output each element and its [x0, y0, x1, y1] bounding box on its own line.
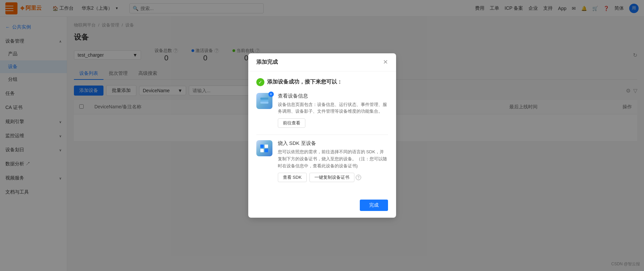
goto-view-button[interactable]: 前往查看: [278, 118, 305, 128]
view-device-desc: 设备信息页面包含：设备信息、运行状态、事件管理、服务调用、设备影子、文件管理等设…: [278, 101, 388, 115]
sq4: [265, 149, 268, 152]
modal-close-button[interactable]: ✕: [383, 59, 388, 65]
sq2: [265, 145, 268, 148]
view-device-title: 查看设备信息: [278, 93, 388, 99]
sq3: [260, 149, 264, 152]
copy-cert-button[interactable]: 一键复制设备证书: [309, 173, 354, 182]
sdk-content: 烧入 SDK 至设备 您可以依照您的需求，前往选择不同的语言的 SDK，并复制下…: [278, 140, 388, 182]
sdk-desc: 您可以依照您的需求，前往选择不同的语言的 SDK，并复制下方的设备证书，烧入至您…: [278, 149, 388, 169]
sq1: [260, 145, 264, 148]
modal-header: 添加完成 ✕: [248, 53, 396, 71]
add-complete-modal: 添加完成 ✕ ✓ 添加设备成功，接下来您可以： +: [248, 53, 396, 218]
modal-footer: 完成: [248, 196, 396, 218]
modal-section-sdk: 烧入 SDK 至设备 您可以依照您的需求，前往选择不同的语言的 SDK，并复制下…: [256, 140, 388, 182]
modal-section-view: + 查看设备信息 设备信息页面包含：设备信息、运行状态、事件管理、服务调用、设备…: [256, 93, 388, 128]
view-sdk-button[interactable]: 查看 SDK: [278, 173, 307, 182]
sdk-title: 烧入 SDK 至设备: [278, 140, 388, 147]
plus-icon: +: [268, 92, 274, 97]
finish-button[interactable]: 完成: [360, 200, 388, 211]
modal-title: 添加完成: [256, 59, 278, 66]
svg-rect-1: [260, 100, 268, 102]
device-layers-svg: [259, 96, 270, 106]
sdk-squares-icon: [260, 145, 268, 152]
modal-body: ✓ 添加设备成功，接下来您可以： + 查看设备信息 设备信息页面包含：设备信息、…: [248, 71, 396, 196]
modal-success-text: 添加设备成功，接下来您可以：: [267, 78, 342, 86]
modal-success-header: ✓ 添加设备成功，接下来您可以：: [256, 78, 388, 86]
success-checkmark-icon: ✓: [256, 78, 264, 86]
cert-info-icon[interactable]: ?: [356, 175, 361, 180]
svg-rect-2: [260, 98, 268, 100]
view-device-content: 查看设备信息 设备信息页面包含：设备信息、运行状态、事件管理、服务调用、设备影子…: [278, 93, 388, 128]
modal-divider: [256, 134, 388, 135]
view-device-icon: +: [256, 93, 272, 109]
sdk-icon: [256, 140, 272, 156]
svg-rect-0: [260, 102, 268, 104]
modal-overlay: 添加完成 ✕ ✓ 添加设备成功，接下来您可以： +: [0, 0, 644, 271]
